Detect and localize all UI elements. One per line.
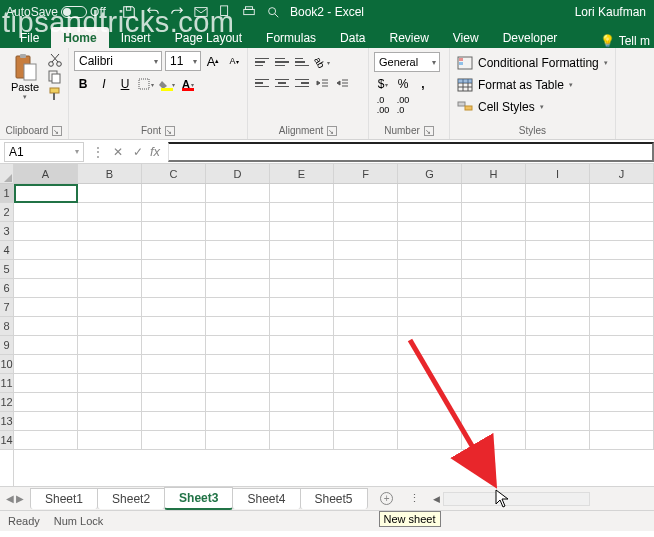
cell[interactable] bbox=[142, 412, 206, 431]
tab-developer[interactable]: Developer bbox=[491, 27, 570, 48]
column-header[interactable]: D bbox=[206, 164, 270, 183]
select-all-corner[interactable] bbox=[0, 164, 13, 184]
column-header[interactable]: H bbox=[462, 164, 526, 183]
cell[interactable] bbox=[590, 355, 654, 374]
cell[interactable] bbox=[590, 222, 654, 241]
row-header[interactable]: 8 bbox=[0, 317, 13, 336]
cell[interactable] bbox=[334, 298, 398, 317]
cell[interactable] bbox=[206, 393, 270, 412]
cell[interactable] bbox=[526, 374, 590, 393]
row-header[interactable]: 2 bbox=[0, 203, 13, 222]
name-box[interactable]: A1 bbox=[4, 142, 84, 162]
cell[interactable] bbox=[334, 203, 398, 222]
cell[interactable] bbox=[142, 222, 206, 241]
cell[interactable] bbox=[142, 279, 206, 298]
column-header[interactable]: C bbox=[142, 164, 206, 183]
tab-insert[interactable]: Insert bbox=[109, 27, 163, 48]
cell[interactable] bbox=[462, 260, 526, 279]
cell[interactable] bbox=[206, 260, 270, 279]
row-header[interactable]: 5 bbox=[0, 260, 13, 279]
comma-button[interactable]: , bbox=[414, 75, 432, 93]
align-bottom-button[interactable] bbox=[293, 54, 311, 70]
italic-button[interactable]: I bbox=[95, 75, 113, 93]
percent-button[interactable]: % bbox=[394, 75, 412, 93]
user-name[interactable]: Lori Kaufman bbox=[575, 5, 646, 19]
borders-button[interactable] bbox=[137, 75, 155, 93]
row-header[interactable]: 13 bbox=[0, 412, 13, 431]
redo-icon[interactable] bbox=[170, 5, 184, 19]
cell[interactable] bbox=[270, 336, 334, 355]
cell[interactable] bbox=[526, 431, 590, 450]
cell[interactable] bbox=[526, 412, 590, 431]
cell[interactable] bbox=[14, 412, 78, 431]
cut-icon[interactable] bbox=[47, 53, 63, 67]
enter-formula-icon[interactable]: ✓ bbox=[128, 145, 148, 159]
sheet-tab[interactable]: Sheet5 bbox=[300, 488, 368, 509]
cell[interactable] bbox=[14, 336, 78, 355]
cell[interactable] bbox=[206, 279, 270, 298]
cell[interactable] bbox=[78, 374, 142, 393]
tab-view[interactable]: View bbox=[441, 27, 491, 48]
cell[interactable] bbox=[78, 393, 142, 412]
increase-indent-button[interactable] bbox=[333, 74, 351, 92]
alignment-launcher-icon[interactable] bbox=[327, 126, 337, 136]
sheet-tab[interactable]: Sheet1 bbox=[30, 488, 98, 509]
sheet-tab[interactable]: Sheet4 bbox=[232, 488, 300, 509]
cell[interactable] bbox=[78, 431, 142, 450]
cell[interactable] bbox=[398, 298, 462, 317]
new-icon[interactable] bbox=[218, 5, 232, 19]
cell[interactable] bbox=[334, 241, 398, 260]
decrease-indent-button[interactable] bbox=[313, 74, 331, 92]
cell[interactable] bbox=[142, 393, 206, 412]
cell[interactable] bbox=[398, 184, 462, 203]
cell[interactable] bbox=[142, 260, 206, 279]
cell[interactable] bbox=[78, 317, 142, 336]
cell[interactable] bbox=[14, 222, 78, 241]
cell[interactable] bbox=[270, 431, 334, 450]
cell[interactable] bbox=[334, 393, 398, 412]
cell[interactable] bbox=[526, 393, 590, 412]
cell[interactable] bbox=[462, 298, 526, 317]
cell[interactable] bbox=[334, 222, 398, 241]
cell[interactable] bbox=[14, 355, 78, 374]
cell[interactable] bbox=[270, 184, 334, 203]
cell[interactable] bbox=[14, 431, 78, 450]
cell[interactable] bbox=[206, 355, 270, 374]
save-icon[interactable] bbox=[122, 5, 136, 19]
cell[interactable] bbox=[14, 241, 78, 260]
insert-function-icon[interactable]: fx bbox=[148, 144, 168, 159]
new-sheet-button[interactable]: + New sheet bbox=[375, 489, 399, 509]
cell[interactable] bbox=[526, 203, 590, 222]
cell[interactable] bbox=[462, 222, 526, 241]
cell[interactable] bbox=[142, 203, 206, 222]
underline-button[interactable]: U bbox=[116, 75, 134, 93]
cell[interactable] bbox=[270, 355, 334, 374]
column-header[interactable]: A bbox=[14, 164, 78, 183]
cell[interactable] bbox=[334, 184, 398, 203]
row-header[interactable]: 6 bbox=[0, 279, 13, 298]
cell[interactable] bbox=[462, 279, 526, 298]
cell[interactable] bbox=[270, 279, 334, 298]
align-middle-button[interactable] bbox=[273, 54, 291, 70]
cell[interactable] bbox=[78, 279, 142, 298]
cell[interactable] bbox=[334, 431, 398, 450]
cell[interactable] bbox=[142, 431, 206, 450]
cell[interactable] bbox=[78, 298, 142, 317]
cell[interactable] bbox=[526, 260, 590, 279]
increase-font-icon[interactable]: A▴ bbox=[204, 52, 222, 70]
cell[interactable] bbox=[206, 317, 270, 336]
cell[interactable] bbox=[78, 184, 142, 203]
print-preview-icon[interactable] bbox=[266, 5, 280, 19]
cell[interactable] bbox=[270, 203, 334, 222]
cell-a1[interactable] bbox=[14, 184, 78, 203]
cell[interactable] bbox=[14, 374, 78, 393]
formula-input[interactable] bbox=[168, 142, 654, 162]
cell[interactable] bbox=[526, 279, 590, 298]
cell[interactable] bbox=[526, 355, 590, 374]
cell[interactable] bbox=[526, 241, 590, 260]
cell[interactable] bbox=[590, 260, 654, 279]
decrease-font-icon[interactable]: A▾ bbox=[225, 52, 243, 70]
cell[interactable] bbox=[462, 203, 526, 222]
cell[interactable] bbox=[526, 184, 590, 203]
cell[interactable] bbox=[14, 260, 78, 279]
